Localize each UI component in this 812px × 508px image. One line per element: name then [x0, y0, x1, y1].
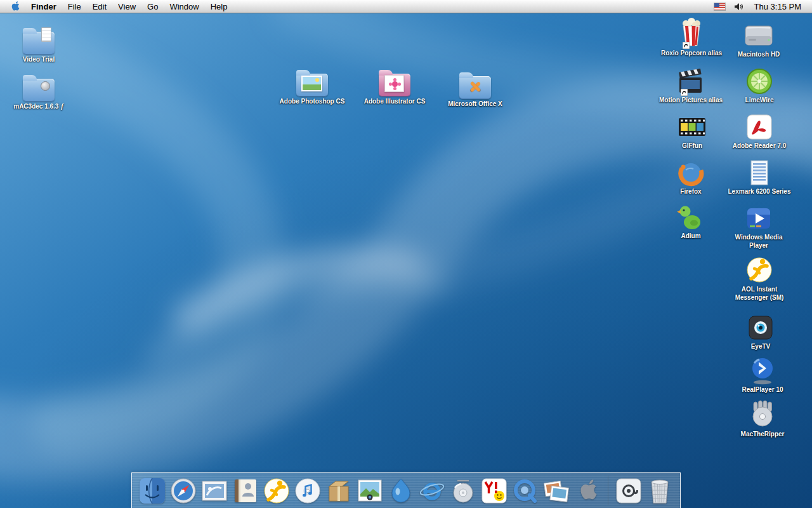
icon-label: Adobe Illustrator CS: [364, 98, 426, 106]
menu-go[interactable]: Go: [141, 0, 164, 13]
desktop: Finder File Edit View Go Window Help Thu…: [0, 0, 812, 508]
photos-stack-icon: [542, 477, 570, 505]
dock-image-capture[interactable]: [542, 477, 570, 505]
icon-label: Adium: [681, 232, 700, 241]
dock-finder[interactable]: [138, 477, 166, 505]
desktop-icon-lexmark-6200[interactable]: Lexmark 6200 Series: [724, 155, 795, 196]
icon-label: Adobe Reader 7.0: [733, 142, 786, 150]
desktop-icon-roxio-popcorn-alias[interactable]: Roxio Popcorn alias: [656, 17, 727, 58]
desktop-icon-firefox[interactable]: Firefox: [655, 155, 726, 196]
mail-stamp-icon: [200, 477, 228, 505]
dock-iphoto[interactable]: [356, 477, 384, 505]
icon-label: Lexmark 6200 Series: [728, 188, 791, 196]
folder-photo-icon: [296, 65, 328, 97]
internet-explorer-icon: [418, 477, 446, 505]
icon-label: Roxio Popcorn alias: [661, 50, 722, 58]
icon-label: RealPlayer 10: [742, 386, 783, 394]
desktop-icon-realplayer[interactable]: RealPlayer 10: [727, 353, 798, 394]
volume-icon: [734, 3, 744, 11]
aim-running-man-icon: [745, 253, 773, 284]
eyetv-icon: [747, 310, 775, 342]
desktop-icon-video-trial[interactable]: Video Trial: [3, 23, 74, 64]
alias-badge-icon: [683, 42, 690, 49]
gray-apple-icon: [573, 477, 601, 505]
menu-file[interactable]: File: [62, 0, 87, 13]
alias-badge-icon: [681, 89, 688, 96]
desktop-icon-adium[interactable]: Adium: [655, 199, 726, 241]
menu-window[interactable]: Window: [164, 0, 204, 13]
us-flag-icon: [714, 3, 725, 10]
dock-separator: [608, 476, 608, 505]
input-menu[interactable]: [710, 0, 730, 13]
desktop-icon-adobe-reader[interactable]: Adobe Reader 7.0: [724, 109, 795, 150]
folder-flower-icon: [379, 65, 410, 97]
desktop-icon-eyetv[interactable]: EyeTV: [725, 310, 796, 351]
folder-document-icon: [23, 23, 55, 55]
dvd-disc-icon: [449, 477, 477, 505]
iphoto-icon: [356, 477, 384, 505]
dock-quicktime[interactable]: [511, 477, 539, 505]
at-symbol-icon: [615, 477, 643, 505]
apple-menu[interactable]: [5, 0, 25, 13]
dock-yahoo-messenger[interactable]: [480, 477, 508, 505]
folder-gadget-icon: [23, 70, 55, 102]
dock-package[interactable]: [325, 477, 353, 505]
icon-label: Adobe Photoshop CS: [280, 98, 345, 106]
adobe-reader-icon: [745, 109, 773, 141]
dock-aim[interactable]: [263, 477, 291, 505]
clock-menu[interactable]: Thu 3:15 PM: [749, 0, 807, 13]
desktop-icon-windows-media-player[interactable]: Windows Media Player: [731, 201, 786, 250]
dock-mail-at[interactable]: [615, 477, 643, 505]
icon-label: LimeWire: [745, 97, 774, 105]
menu-help[interactable]: Help: [205, 0, 233, 13]
menu-view[interactable]: View: [112, 0, 141, 13]
blue-drop-icon: [387, 477, 415, 505]
desktop-icon-macintosh-hd[interactable]: Macintosh HD: [723, 18, 794, 59]
trash-icon: [646, 477, 674, 505]
duck-icon: [677, 199, 705, 231]
app-menu-finder[interactable]: Finder: [25, 0, 62, 13]
folder-x-icon: [459, 67, 491, 99]
dock-address-book[interactable]: [232, 477, 259, 505]
yahoo-messenger-icon: [480, 477, 508, 505]
desktop-icon-aol-instant-messenger[interactable]: AOL Instant Messenger (SM): [731, 253, 787, 302]
icon-label: EyeTV: [751, 343, 771, 351]
icon-label: Microsoft Office X: [448, 100, 502, 109]
desktop-icon-mactheripper[interactable]: MacTheRipper: [727, 398, 798, 439]
icon-label: mAC3dec 1.6.3 ƒ: [13, 103, 64, 111]
dock-internet-explorer[interactable]: [418, 477, 446, 505]
icon-label: AOL Instant Messenger (SM): [731, 286, 787, 302]
dock-apple-app[interactable]: [573, 477, 601, 505]
icon-label: Macintosh HD: [738, 51, 780, 59]
dock-trash[interactable]: [646, 477, 674, 505]
icon-label: Motion Pictures alias: [659, 97, 723, 105]
icon-label: GIFfun: [682, 142, 702, 150]
dock-sherlock[interactable]: [387, 477, 415, 505]
dock-dvd-player[interactable]: [449, 477, 477, 505]
lime-icon: [745, 64, 773, 95]
aim-running-man-icon: [263, 477, 291, 505]
icon-label: Windows Media Player: [731, 234, 786, 250]
desktop-icon-adobe-photoshop-cs[interactable]: Adobe Photoshop CS: [277, 65, 348, 106]
quicktime-q-icon: [511, 477, 539, 505]
menu-edit[interactable]: Edit: [87, 0, 112, 13]
safari-compass-icon: [169, 477, 197, 505]
dock-itunes[interactable]: [294, 477, 322, 505]
finder-icon: [138, 477, 166, 505]
apple-icon: [11, 1, 20, 12]
realplayer-icon: [749, 353, 776, 385]
desktop-icon-motion-pictures-alias[interactable]: Motion Pictures alias: [655, 64, 726, 105]
desktop-icon-microsoft-office-x[interactable]: Microsoft Office X: [440, 67, 511, 109]
desktop-icon-adobe-illustrator-cs[interactable]: Adobe Illustrator CS: [359, 65, 430, 106]
dock-safari[interactable]: [169, 477, 197, 505]
volume-menu[interactable]: [730, 0, 749, 13]
printer-document-icon: [745, 155, 773, 187]
desktop-icon-mac3dec[interactable]: mAC3dec 1.6.3 ƒ: [3, 70, 74, 111]
desktop-icon-limewire[interactable]: LimeWire: [724, 64, 795, 105]
clapperboard-icon: [676, 64, 706, 95]
dock-mail[interactable]: [200, 477, 228, 505]
desktop-icon-giffun[interactable]: GIFfun: [657, 109, 728, 150]
itunes-icon: [294, 477, 322, 505]
popcorn-icon: [678, 17, 705, 48]
package-box-icon: [325, 477, 353, 505]
